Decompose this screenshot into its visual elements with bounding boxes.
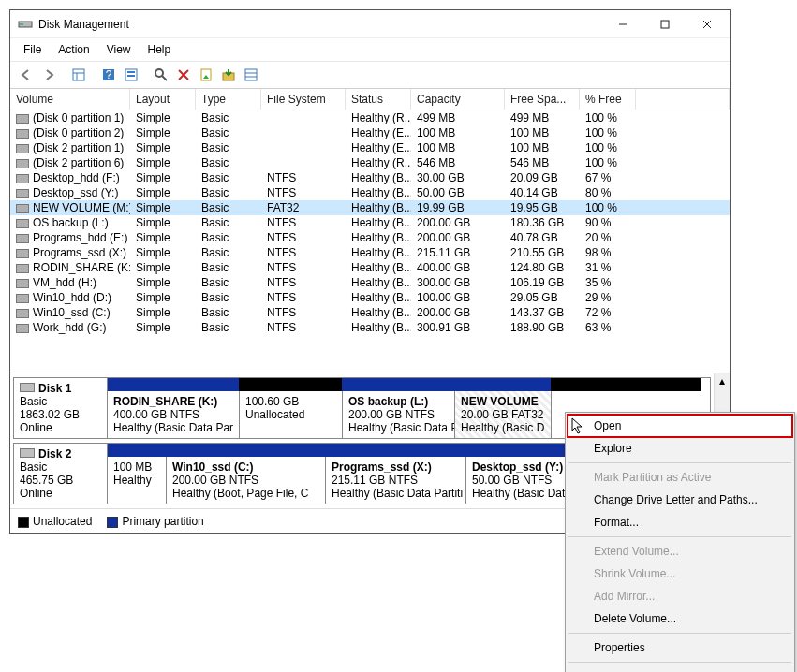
- volume-row[interactable]: Desktop_ssd (Y:)SimpleBasicNTFSHealthy (…: [10, 185, 730, 200]
- context-menu-item[interactable]: Format...: [568, 511, 792, 533]
- partition-box[interactable]: OS backup (L:)200.00 GB NTFSHealthy (Bas…: [342, 391, 454, 438]
- minimize-button[interactable]: [601, 11, 643, 37]
- close-button[interactable]: [686, 11, 728, 37]
- svg-rect-12: [127, 71, 135, 73]
- col-type[interactable]: Type: [196, 89, 261, 110]
- volume-row[interactable]: (Disk 0 partition 2)SimpleBasicHealthy (…: [10, 125, 730, 140]
- context-menu-item[interactable]: Explore: [568, 437, 792, 460]
- window-title: Disk Management: [38, 18, 601, 31]
- col-pctfree[interactable]: % Free: [580, 89, 636, 110]
- partition-box[interactable]: Desktop_ssd (Y:)50.00 GB NTFSHealthy (Ba…: [465, 457, 567, 504]
- volume-row[interactable]: NEW VOLUME (M:)SimpleBasicFAT32Healthy (…: [10, 200, 730, 215]
- svg-rect-3: [661, 21, 669, 28]
- action-button[interactable]: [218, 65, 239, 85]
- volume-row[interactable]: (Disk 2 partition 1)SimpleBasicHealthy (…: [10, 140, 730, 155]
- refresh-button[interactable]: [151, 65, 171, 85]
- volume-row[interactable]: Work_hdd (G:)SimpleBasicNTFSHealthy (B..…: [10, 320, 730, 335]
- volume-row[interactable]: OS backup (L:)SimpleBasicNTFSHealthy (B.…: [10, 215, 730, 230]
- menu-view[interactable]: View: [99, 40, 139, 59]
- context-menu: OpenExploreMark Partition as ActiveChang…: [565, 412, 795, 544]
- col-spacer: [636, 89, 730, 110]
- legend-unallocated: Unallocated: [18, 515, 92, 528]
- col-freespace[interactable]: Free Spa...: [505, 89, 580, 110]
- settings-button[interactable]: [121, 65, 141, 85]
- volume-row[interactable]: Desktop_hdd (F:)SimpleBasicNTFSHealthy (…: [10, 170, 730, 185]
- col-capacity[interactable]: Capacity: [411, 89, 505, 110]
- partition-box[interactable]: RODIN_SHARE (K:)400.00 GB NTFSHealthy (B…: [108, 391, 239, 438]
- partition-box[interactable]: 100.60 GBUnallocated: [239, 391, 342, 438]
- col-layout[interactable]: Layout: [130, 89, 196, 110]
- show-hide-tree-button[interactable]: [68, 65, 89, 85]
- partition-box[interactable]: NEW VOLUME 20.00 GB FAT32Healthy (Basic …: [454, 391, 551, 438]
- svg-rect-1: [20, 23, 23, 25]
- menu-action[interactable]: Action: [51, 40, 96, 59]
- volume-row[interactable]: VM_hdd (H:)SimpleBasicNTFSHealthy (B...3…: [10, 275, 730, 290]
- svg-text:?: ?: [106, 68, 112, 81]
- volume-list[interactable]: (Disk 0 partition 1)SimpleBasicHealthy (…: [10, 110, 730, 335]
- svg-rect-13: [127, 75, 135, 77]
- legend-primary: Primary partition: [107, 515, 203, 528]
- svg-point-14: [155, 69, 163, 77]
- back-button[interactable]: [16, 65, 37, 85]
- volume-row[interactable]: (Disk 2 partition 6)SimpleBasicHealthy (…: [10, 155, 730, 170]
- list-button[interactable]: [241, 65, 261, 85]
- titlebar: Disk Management: [10, 10, 730, 38]
- partition-box[interactable]: Programs_ssd (X:)215.11 GB NTFSHealthy (…: [325, 457, 465, 504]
- volume-row[interactable]: Programs_hdd (E:)SimpleBasicNTFSHealthy …: [10, 230, 730, 245]
- maximize-button[interactable]: [643, 11, 686, 37]
- help-button[interactable]: ?: [98, 65, 119, 85]
- col-status[interactable]: Status: [346, 89, 411, 110]
- volume-row[interactable]: Win10_ssd (C:)SimpleBasicNTFSHealthy (B.…: [10, 305, 730, 320]
- disk-icon: [20, 383, 35, 392]
- menubar: File Action View Help: [10, 38, 730, 61]
- forward-button[interactable]: [38, 65, 59, 85]
- volume-row[interactable]: (Disk 0 partition 1)SimpleBasicHealthy (…: [10, 110, 730, 125]
- col-volume[interactable]: Volume: [10, 89, 130, 110]
- svg-rect-6: [73, 69, 84, 80]
- volume-list-header: Volume Layout Type File System Status Ca…: [10, 89, 730, 110]
- volume-row[interactable]: Programs_ssd (X:)SimpleBasicNTFSHealthy …: [10, 245, 730, 260]
- partition-box[interactable]: Win10_ssd (C:)200.00 GB NTFSHealthy (Boo…: [166, 457, 325, 504]
- disk-icon: [20, 448, 35, 458]
- context-menu-item: Mark Partition as Active: [568, 466, 792, 489]
- menu-help[interactable]: Help: [140, 40, 179, 59]
- delete-button[interactable]: [173, 65, 194, 85]
- app-icon: [18, 17, 33, 32]
- volume-row[interactable]: Win10_hdd (D:)SimpleBasicNTFSHealthy (B.…: [10, 290, 730, 305]
- context-menu-item[interactable]: Open: [567, 414, 793, 438]
- col-filesystem[interactable]: File System: [261, 89, 346, 110]
- toolbar: ?: [10, 61, 730, 89]
- properties-button[interactable]: [196, 65, 216, 85]
- volume-row[interactable]: RODIN_SHARE (K:)SimpleBasicNTFSHealthy (…: [10, 260, 730, 275]
- svg-line-15: [162, 76, 167, 80]
- context-menu-item: Extend Volume...: [568, 540, 792, 544]
- context-menu-item[interactable]: Change Drive Letter and Paths...: [568, 489, 792, 511]
- menu-file[interactable]: File: [16, 40, 49, 59]
- svg-rect-20: [245, 69, 257, 80]
- partition-box[interactable]: 100 MBHealthy: [108, 457, 166, 504]
